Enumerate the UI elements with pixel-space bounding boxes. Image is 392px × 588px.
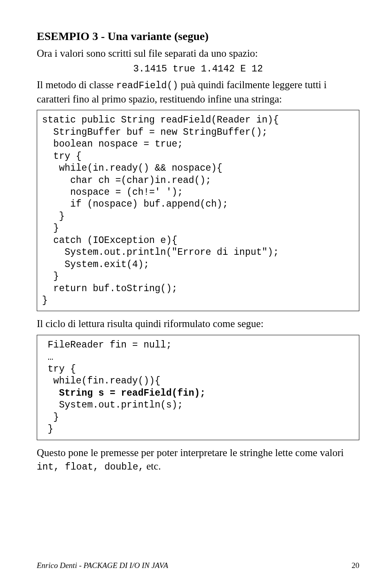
page-footer: Enrico Denti - PACKAGE DI I/O IN JAVA 20 bbox=[37, 560, 359, 571]
method-desc-text-a: Il metodo di classe bbox=[37, 79, 116, 90]
loop-intro: Il ciclo di lettura risulta quindi rifor… bbox=[37, 317, 359, 331]
section-heading: ESEMPIO 3 - Una variante (segue) bbox=[37, 29, 359, 44]
code-block-readfield: static public String readField(Reader in… bbox=[37, 110, 359, 311]
code-loop-bold-line: String s = readField(fin); bbox=[42, 388, 205, 399]
closing-paragraph: Questo pone le premesse per poter interp… bbox=[37, 446, 359, 474]
code-loop-pre: FileReader fin = null; … try { while(fin… bbox=[42, 340, 172, 386]
sample-values: 3.1415 true 1.4142 E 12 bbox=[37, 63, 359, 76]
types-code-inline: int, float, double, bbox=[37, 462, 144, 472]
intro-paragraph: Ora i valori sono scritti sul file separ… bbox=[37, 47, 359, 60]
page-number: 20 bbox=[352, 560, 359, 571]
code-block-loop: FileReader fin = null; … try { while(fin… bbox=[37, 335, 359, 440]
closing-text-a: Questo pone le premesse per poter interp… bbox=[37, 447, 344, 458]
code-loop-post: System.out.println(s); } } bbox=[42, 400, 183, 434]
footer-author-title: Enrico Denti - PACKAGE DI I/O IN JAVA bbox=[37, 560, 168, 571]
readfield-code-inline: readField() bbox=[116, 80, 178, 91]
closing-text-b: etc. bbox=[144, 461, 161, 472]
method-description: Il metodo di classe readField() puà quin… bbox=[37, 78, 359, 106]
